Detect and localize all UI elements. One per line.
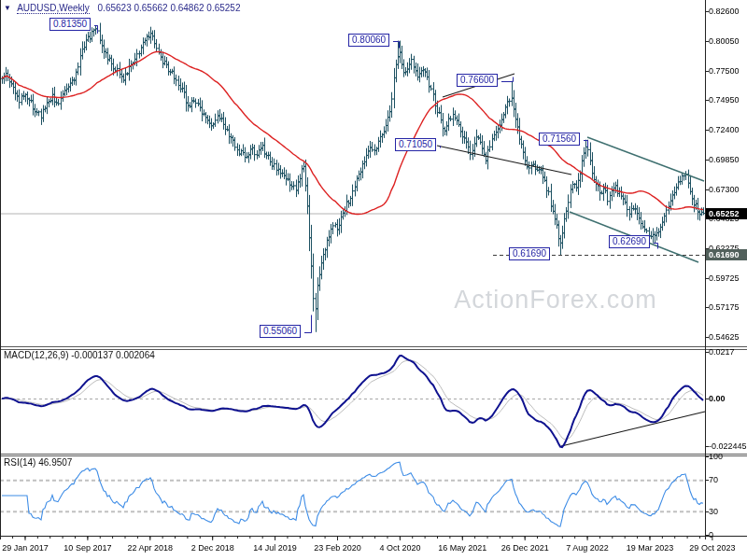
price-axis-label: 0.72400 — [709, 125, 740, 134]
rsi-axis-label: 70 — [709, 475, 718, 484]
date-axis-label: 10 Sep 2017 — [63, 543, 111, 553]
price-annotation[interactable]: 0.62690 — [609, 235, 650, 248]
price-axis-label: 0.74950 — [709, 95, 740, 105]
date-axis-label: 29 Oct 2023 — [689, 543, 735, 553]
price-annotation[interactable]: 0.55060 — [260, 325, 301, 338]
current-price-badge: 0.65252 — [706, 208, 747, 219]
price-axis-label: 0.80050 — [709, 36, 740, 46]
macd-axis-label: -0.022445 — [709, 441, 747, 451]
macd-indicator-label: MACD(12,26,9) -0.000137 0.002064 — [4, 350, 155, 360]
rsi-axis-label: 100 — [709, 452, 723, 461]
date-axis-label: 22 Apr 2018 — [128, 543, 174, 553]
date-axis-label: 14 Jul 2019 — [253, 543, 297, 553]
date-axis-label: 23 Feb 2020 — [314, 543, 361, 553]
price-axis-label: 0.77500 — [709, 66, 740, 76]
date-axis-label: 4 Oct 2020 — [379, 543, 420, 553]
price-axis-label: 0.69850 — [709, 155, 740, 164]
price-annotation[interactable]: 0.80060 — [348, 34, 389, 47]
trading-chart-window: ▼ AUDUSD,Weekly 0.65623 0.65662 0.64862 … — [0, 0, 747, 560]
chart-title-bar: ▼ AUDUSD,Weekly 0.65623 0.65662 0.64862 … — [4, 3, 240, 13]
date-axis-label: 7 Aug 2022 — [566, 543, 609, 553]
date-axis-label: 19 Mar 2023 — [627, 543, 674, 553]
price-axis-label: 0.59725 — [709, 273, 740, 283]
price-annotation[interactable]: 0.81350 — [49, 18, 91, 31]
price-annotation[interactable]: 0.61690 — [509, 247, 550, 260]
macd-axis-label: 0.00 — [709, 394, 726, 403]
symbol-timeframe-label[interactable]: AUDUSD,Weekly — [17, 3, 90, 14]
price-chart-canvas[interactable] — [0, 0, 747, 560]
price-annotation[interactable]: 0.76600 — [457, 74, 498, 87]
price-axis-label: 0.67300 — [709, 185, 740, 194]
date-axis-label: 2 Dec 2018 — [191, 543, 234, 553]
ohlc-values-label: 0.65623 0.65662 0.64862 0.65252 — [98, 3, 241, 13]
rsi-axis-label: 0 — [709, 530, 713, 539]
watermark: ActionForex.com — [425, 286, 686, 315]
date-axis-label: 26 Dec 2021 — [501, 543, 549, 553]
date-axis-label: 29 Jan 2017 — [2, 543, 49, 553]
symbol-dropdown-icon[interactable]: ▼ — [4, 4, 11, 12]
price-annotation[interactable]: 0.71560 — [539, 133, 580, 146]
price-axis-label: 0.82600 — [709, 7, 740, 16]
price-axis-label: 0.54625 — [709, 332, 740, 342]
macd-axis-label: 0.0217 — [709, 347, 735, 357]
rsi-indicator-label: RSI(14) 46.9507 — [4, 457, 72, 468]
rsi-axis-label: 30 — [709, 507, 718, 516]
level-price-badge: 0.61690 — [706, 249, 747, 260]
price-annotation[interactable]: 0.71050 — [395, 138, 436, 151]
date-axis-label: 16 May 2021 — [438, 543, 486, 553]
price-axis-label: 0.57175 — [709, 302, 740, 312]
